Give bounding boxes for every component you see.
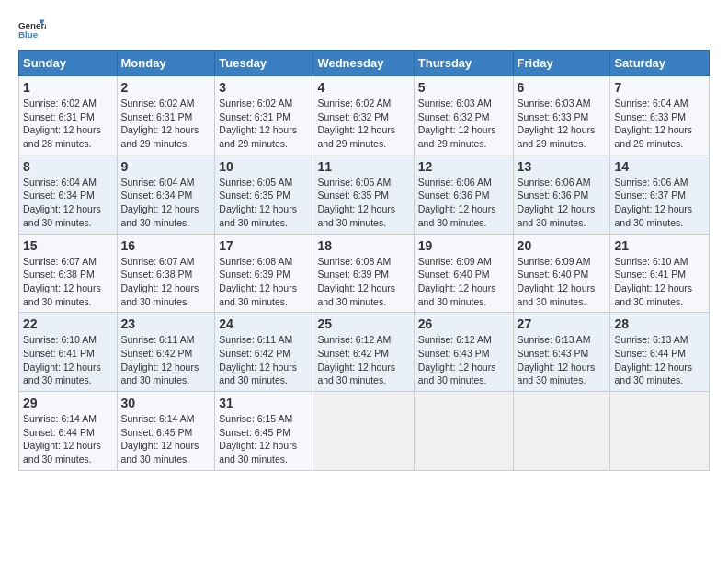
day-cell: 21 Sunrise: 6:10 AMSunset: 6:41 PMDaylig… xyxy=(610,234,710,313)
day-number: 9 xyxy=(121,159,211,174)
header-cell-thursday: Thursday xyxy=(414,51,513,76)
day-detail: Sunrise: 6:12 AMSunset: 6:42 PMDaylight:… xyxy=(317,334,395,385)
week-row-4: 22 Sunrise: 6:10 AMSunset: 6:41 PMDaylig… xyxy=(19,313,710,392)
day-detail: Sunrise: 6:02 AMSunset: 6:31 PMDaylight:… xyxy=(219,98,297,149)
header-cell-saturday: Saturday xyxy=(610,51,710,76)
day-cell: 29 Sunrise: 6:14 AMSunset: 6:44 PMDaylig… xyxy=(19,392,118,471)
day-number: 2 xyxy=(121,80,211,95)
day-number: 10 xyxy=(219,159,309,174)
day-cell: 10 Sunrise: 6:05 AMSunset: 6:35 PMDaylig… xyxy=(215,155,313,234)
day-detail: Sunrise: 6:03 AMSunset: 6:33 PMDaylight:… xyxy=(518,98,596,149)
header-cell-friday: Friday xyxy=(513,51,610,76)
day-number: 14 xyxy=(614,159,705,174)
day-cell: 6 Sunrise: 6:03 AMSunset: 6:33 PMDayligh… xyxy=(513,76,610,155)
week-row-2: 8 Sunrise: 6:04 AMSunset: 6:34 PMDayligh… xyxy=(19,155,710,234)
day-detail: Sunrise: 6:02 AMSunset: 6:31 PMDaylight:… xyxy=(121,98,199,149)
day-detail: Sunrise: 6:03 AMSunset: 6:32 PMDaylight:… xyxy=(418,98,496,149)
day-number: 30 xyxy=(121,396,211,410)
day-cell: 31 Sunrise: 6:15 AMSunset: 6:45 PMDaylig… xyxy=(215,392,313,471)
day-detail: Sunrise: 6:13 AMSunset: 6:43 PMDaylight:… xyxy=(518,334,596,385)
day-detail: Sunrise: 6:04 AMSunset: 6:33 PMDaylight:… xyxy=(614,98,692,149)
day-cell: 1 Sunrise: 6:02 AMSunset: 6:31 PMDayligh… xyxy=(19,76,118,155)
day-cell: 30 Sunrise: 6:14 AMSunset: 6:45 PMDaylig… xyxy=(117,392,215,471)
day-number: 28 xyxy=(614,316,705,331)
day-number: 6 xyxy=(518,80,607,95)
day-cell: 25 Sunrise: 6:12 AMSunset: 6:42 PMDaylig… xyxy=(313,313,414,392)
day-detail: Sunrise: 6:06 AMSunset: 6:36 PMDaylight:… xyxy=(418,177,496,228)
day-detail: Sunrise: 6:10 AMSunset: 6:41 PMDaylight:… xyxy=(23,334,101,385)
day-cell: 27 Sunrise: 6:13 AMSunset: 6:43 PMDaylig… xyxy=(513,313,610,392)
day-cell: 28 Sunrise: 6:13 AMSunset: 6:44 PMDaylig… xyxy=(610,313,710,392)
day-number: 18 xyxy=(317,238,409,253)
day-cell: 26 Sunrise: 6:12 AMSunset: 6:43 PMDaylig… xyxy=(414,313,513,392)
day-number: 5 xyxy=(418,80,509,95)
week-row-5: 29 Sunrise: 6:14 AMSunset: 6:44 PMDaylig… xyxy=(19,392,710,471)
day-cell: 22 Sunrise: 6:10 AMSunset: 6:41 PMDaylig… xyxy=(19,313,118,392)
day-detail: Sunrise: 6:06 AMSunset: 6:37 PMDaylight:… xyxy=(614,177,692,228)
day-number: 12 xyxy=(418,159,509,174)
header-row: SundayMondayTuesdayWednesdayThursdayFrid… xyxy=(19,51,710,76)
day-detail: Sunrise: 6:07 AMSunset: 6:38 PMDaylight:… xyxy=(121,256,199,307)
svg-text:Blue: Blue xyxy=(18,29,39,40)
day-cell: 7 Sunrise: 6:04 AMSunset: 6:33 PMDayligh… xyxy=(610,76,710,155)
day-number: 25 xyxy=(317,316,409,331)
day-detail: Sunrise: 6:06 AMSunset: 6:36 PMDaylight:… xyxy=(518,177,596,228)
day-cell: 12 Sunrise: 6:06 AMSunset: 6:36 PMDaylig… xyxy=(414,155,513,234)
day-number: 4 xyxy=(317,80,409,95)
week-row-1: 1 Sunrise: 6:02 AMSunset: 6:31 PMDayligh… xyxy=(19,76,710,155)
day-number: 11 xyxy=(317,159,409,174)
day-detail: Sunrise: 6:13 AMSunset: 6:44 PMDaylight:… xyxy=(614,334,692,385)
day-number: 19 xyxy=(418,238,509,253)
day-number: 8 xyxy=(23,159,113,174)
calendar-header: SundayMondayTuesdayWednesdayThursdayFrid… xyxy=(19,51,710,76)
day-number: 23 xyxy=(121,316,211,331)
day-cell: 4 Sunrise: 6:02 AMSunset: 6:32 PMDayligh… xyxy=(313,76,414,155)
day-detail: Sunrise: 6:09 AMSunset: 6:40 PMDaylight:… xyxy=(418,256,496,307)
day-detail: Sunrise: 6:11 AMSunset: 6:42 PMDaylight:… xyxy=(219,334,297,385)
day-detail: Sunrise: 6:09 AMSunset: 6:40 PMDaylight:… xyxy=(518,256,596,307)
day-number: 17 xyxy=(219,238,309,253)
day-cell xyxy=(513,392,610,471)
day-cell: 13 Sunrise: 6:06 AMSunset: 6:36 PMDaylig… xyxy=(513,155,610,234)
day-detail: Sunrise: 6:05 AMSunset: 6:35 PMDaylight:… xyxy=(317,177,395,228)
day-detail: Sunrise: 6:02 AMSunset: 6:32 PMDaylight:… xyxy=(317,98,395,149)
day-cell: 2 Sunrise: 6:02 AMSunset: 6:31 PMDayligh… xyxy=(117,76,215,155)
day-detail: Sunrise: 6:07 AMSunset: 6:38 PMDaylight:… xyxy=(23,256,101,307)
day-number: 29 xyxy=(23,396,113,410)
day-detail: Sunrise: 6:10 AMSunset: 6:41 PMDaylight:… xyxy=(614,256,692,307)
day-cell xyxy=(610,392,710,471)
day-cell: 5 Sunrise: 6:03 AMSunset: 6:32 PMDayligh… xyxy=(414,76,513,155)
day-detail: Sunrise: 6:04 AMSunset: 6:34 PMDaylight:… xyxy=(121,177,199,228)
day-detail: Sunrise: 6:08 AMSunset: 6:39 PMDaylight:… xyxy=(317,256,395,307)
day-cell: 8 Sunrise: 6:04 AMSunset: 6:34 PMDayligh… xyxy=(19,155,118,234)
day-cell: 18 Sunrise: 6:08 AMSunset: 6:39 PMDaylig… xyxy=(313,234,414,313)
day-cell: 19 Sunrise: 6:09 AMSunset: 6:40 PMDaylig… xyxy=(414,234,513,313)
header-cell-tuesday: Tuesday xyxy=(215,51,313,76)
day-detail: Sunrise: 6:11 AMSunset: 6:42 PMDaylight:… xyxy=(121,334,199,385)
day-number: 21 xyxy=(614,238,705,253)
day-cell xyxy=(313,392,414,471)
day-number: 1 xyxy=(23,80,113,95)
day-cell: 17 Sunrise: 6:08 AMSunset: 6:39 PMDaylig… xyxy=(215,234,313,313)
day-cell: 16 Sunrise: 6:07 AMSunset: 6:38 PMDaylig… xyxy=(117,234,215,313)
day-number: 7 xyxy=(614,80,705,95)
header-cell-wednesday: Wednesday xyxy=(313,51,414,76)
calendar-table: SundayMondayTuesdayWednesdayThursdayFrid… xyxy=(18,50,710,471)
day-number: 31 xyxy=(219,396,309,410)
day-cell: 3 Sunrise: 6:02 AMSunset: 6:31 PMDayligh… xyxy=(215,76,313,155)
day-cell: 15 Sunrise: 6:07 AMSunset: 6:38 PMDaylig… xyxy=(19,234,118,313)
day-detail: Sunrise: 6:14 AMSunset: 6:45 PMDaylight:… xyxy=(121,413,199,465)
day-detail: Sunrise: 6:04 AMSunset: 6:34 PMDaylight:… xyxy=(23,177,101,228)
day-cell xyxy=(414,392,513,471)
page-header: General Blue xyxy=(18,18,710,40)
header-cell-sunday: Sunday xyxy=(19,51,118,76)
day-detail: Sunrise: 6:14 AMSunset: 6:44 PMDaylight:… xyxy=(23,413,101,465)
logo: General Blue xyxy=(18,18,50,40)
day-cell: 23 Sunrise: 6:11 AMSunset: 6:42 PMDaylig… xyxy=(117,313,215,392)
day-number: 27 xyxy=(518,316,607,331)
day-detail: Sunrise: 6:05 AMSunset: 6:35 PMDaylight:… xyxy=(219,177,297,228)
day-number: 24 xyxy=(219,316,309,331)
day-detail: Sunrise: 6:15 AMSunset: 6:45 PMDaylight:… xyxy=(219,413,297,465)
day-cell: 20 Sunrise: 6:09 AMSunset: 6:40 PMDaylig… xyxy=(513,234,610,313)
day-cell: 14 Sunrise: 6:06 AMSunset: 6:37 PMDaylig… xyxy=(610,155,710,234)
